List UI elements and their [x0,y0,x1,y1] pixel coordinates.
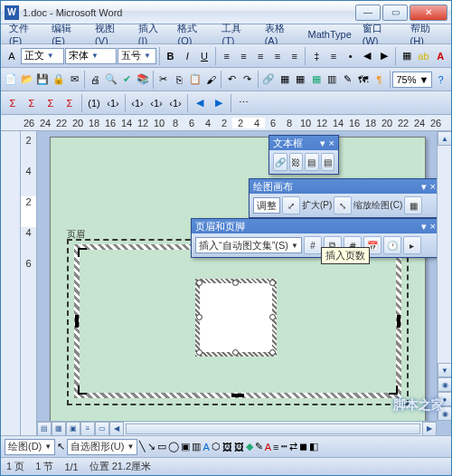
print-view-button[interactable]: ▣ [66,422,80,436]
eq-next-button[interactable]: ▶ [210,94,228,112]
zoom-combo[interactable]: 75%▼ [392,71,432,88]
line-spacing-button[interactable]: ‡ [308,47,325,65]
numbered-list-button[interactable]: ≡ [325,47,342,65]
insert-table-button[interactable]: ▦ [293,71,307,89]
read-view-button[interactable]: ▭ [95,422,109,436]
textbox-next-button[interactable]: ▤ [321,153,335,171]
hf-autotext-combo[interactable]: 插入“自动图文集”(S)▼ [195,237,302,253]
line-color-button[interactable]: ✎ [255,441,263,452]
toolbar-options-icon[interactable]: ▾ [320,138,325,149]
fill-color-button[interactable]: ◆ [246,441,253,452]
eq-ref1-button[interactable]: ‹1› [128,94,146,112]
toolbar-close-icon[interactable]: × [329,138,334,149]
textbox-toolbar[interactable]: 文本框▾× 🔗 ⛓ ▤ ▤ [268,135,339,175]
sigma2-button[interactable]: Σ [23,94,41,112]
maximize-button[interactable]: ▭ [382,5,408,21]
border-button[interactable]: ▦ [399,47,415,65]
diagram-button[interactable]: ⬡ [212,441,221,452]
scroll-left-button[interactable]: ◀ [109,422,124,436]
toolbar-options-icon[interactable]: ▾ [421,221,427,233]
canvas-scale-icon[interactable]: ⤡ [334,196,352,214]
toolbar-close-icon[interactable]: × [430,181,436,193]
autoshapes-menu[interactable]: 自选图形(U)▼ [67,439,137,455]
bulleted-list-button[interactable]: • [343,47,359,65]
outline-view-button[interactable]: ≡ [80,422,95,436]
eq-bracket-button[interactable]: ‹1› [104,94,122,112]
scroll-down-button[interactable]: ▼ [438,363,451,377]
scroll-up-button[interactable]: ▲ [438,131,451,146]
menu-mathtype[interactable]: MathType [303,27,355,42]
horizontal-scrollbar[interactable]: ▤ ▦ ▣ ≡ ▭ ◀ ▶ [37,421,437,435]
open-button[interactable]: 📂 [19,71,33,89]
picture-button[interactable]: 🖼 [234,442,244,452]
align-center-button[interactable]: ≡ [236,47,252,65]
eq-ref3-button[interactable]: ‹1› [166,94,184,112]
paste-button[interactable]: 📋 [188,71,202,89]
dash-style-button[interactable]: ┅ [281,441,287,452]
vtextbox-button[interactable]: ▥ [192,441,201,452]
hscroll-thumb[interactable] [126,424,420,434]
new-button[interactable]: 📄 [4,71,18,89]
arrow-button[interactable]: ↘ [147,441,155,452]
help-button[interactable]: ? [433,71,447,89]
oval-button[interactable]: ◯ [168,441,179,452]
drawing-button[interactable]: ✎ [340,71,354,89]
highlight-button[interactable]: ab [416,47,432,65]
sigma3-button[interactable]: Σ [42,94,60,112]
web-view-button[interactable]: ▦ [52,422,66,436]
bold-button[interactable]: B [163,47,179,65]
scroll-right-button[interactable]: ▶ [422,422,437,436]
permission-button[interactable]: 🔒 [51,71,65,89]
textbox-button[interactable]: ▣ [181,441,190,452]
hf-page-number-button[interactable]: # [304,236,322,254]
mail-button[interactable]: ✉ [67,71,81,89]
align-right-button[interactable]: ≡ [252,47,268,65]
line-style-button[interactable]: ≡ [273,442,278,452]
style-icon[interactable]: A [4,47,20,65]
textbox-prev-button[interactable]: ▤ [305,153,319,171]
redo-button[interactable]: ↷ [240,71,255,89]
preview-button[interactable]: 🔍 [104,71,118,89]
save-button[interactable]: 💾 [35,71,50,89]
columns-button[interactable]: ▥ [325,71,339,89]
font-color-button2[interactable]: A [265,442,271,452]
header-footer-toolbar[interactable]: 页眉和页脚▾× 插入“自动图文集”(S)▼ # ⧉ #̲ 📅 🕐 ▸ [191,218,440,258]
show-marks-button[interactable]: ¶ [372,71,386,89]
textbox-break-button[interactable]: ⛓ [289,153,304,171]
canvas-wrap-button[interactable]: ▦ [404,196,422,214]
eq-paren-button[interactable]: (1) [85,94,103,112]
vertical-ruler[interactable]: 24246 [21,131,37,435]
research-button[interactable]: 📚 [135,71,149,89]
font-combo[interactable]: 宋体▼ [65,48,117,64]
undo-button[interactable]: ↶ [224,71,239,89]
minimize-button[interactable]: — [355,5,381,21]
size-combo[interactable]: 五号▼ [118,48,156,64]
draw-menu[interactable]: 绘图(D)▼ [5,439,55,455]
outdent-button[interactable]: ◀ [360,47,376,65]
hf-time-button[interactable]: 🕐 [383,236,401,254]
prev-page-button[interactable]: ◉ [438,377,451,392]
wordart-button[interactable]: A [202,442,209,452]
docmap-button[interactable]: 🗺 [356,71,371,89]
canvas-expand-icon[interactable]: ⤢ [282,196,300,214]
eq-misc-button[interactable]: ⋯ [234,94,252,112]
print-button[interactable]: 🖨 [88,71,102,89]
toolbar-options-icon[interactable]: ▾ [421,181,427,193]
rectangle-button[interactable]: ▭ [157,441,166,452]
3d-button[interactable]: ◧ [309,441,318,452]
copy-button[interactable]: ⎘ [172,71,186,89]
textbox-object[interactable] [199,282,273,353]
shadow-button[interactable]: ◼ [299,441,307,452]
font-color-button[interactable]: A [432,47,448,65]
close-button[interactable]: ✕ [410,5,447,21]
clipart-button[interactable]: 🖼 [222,442,232,452]
underline-button[interactable]: U [196,47,212,65]
horizontal-ruler[interactable]: 2624222018161412108642246810121416182022… [1,115,451,131]
cut-button[interactable]: ✂ [156,71,171,89]
textbox-link-button[interactable]: 🔗 [273,153,287,171]
eq-prev-button[interactable]: ◀ [191,94,209,112]
normal-view-button[interactable]: ▤ [37,422,52,436]
select-objects-button[interactable]: ↖ [57,441,65,452]
arrow-style-button[interactable]: ⇄ [289,441,297,452]
line-button[interactable]: ╲ [139,441,146,452]
